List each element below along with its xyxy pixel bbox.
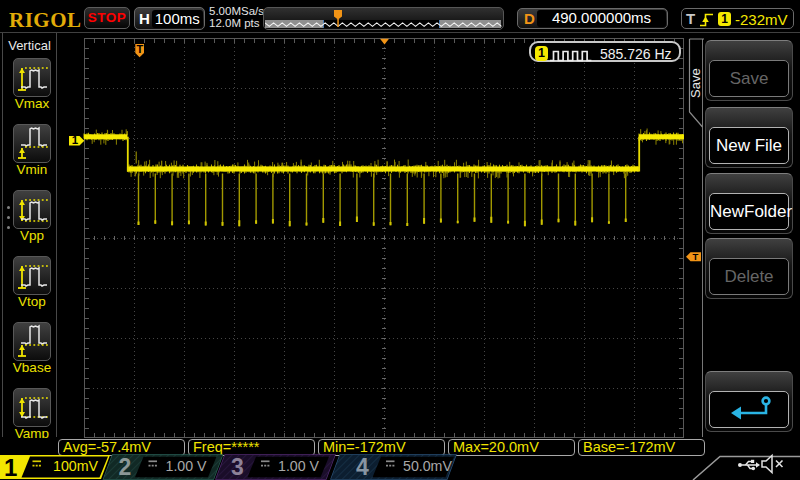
- svg-text:1.00 V: 1.00 V: [166, 458, 208, 474]
- svg-text:2: 2: [119, 454, 132, 480]
- svg-text:4: 4: [356, 454, 369, 480]
- svg-text:T: T: [693, 251, 699, 262]
- svg-text:3: 3: [231, 454, 244, 480]
- svg-text:1.00 V: 1.00 V: [278, 458, 320, 474]
- svg-text:100mV: 100mV: [53, 458, 98, 474]
- svg-text:1: 1: [72, 134, 79, 146]
- svg-text:50.0mV: 50.0mV: [403, 458, 452, 474]
- svg-text:T: T: [136, 43, 143, 55]
- svg-text:1: 1: [4, 454, 17, 480]
